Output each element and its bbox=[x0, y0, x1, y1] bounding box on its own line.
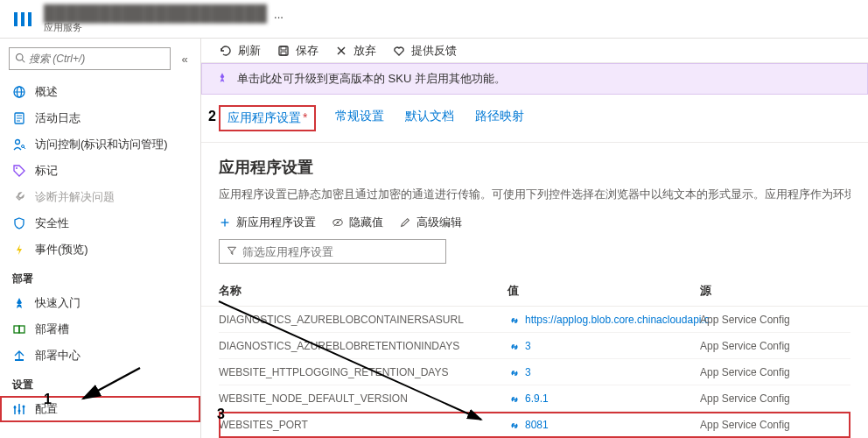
appsettings-section: 应用程序设置 应用程序设置已静态加密且通过加密的通道进行传输。可使用下列控件选择… bbox=[201, 143, 868, 276]
page-subtitle: 应用服务 bbox=[44, 21, 284, 34]
action-label: 新应用程序设置 bbox=[236, 215, 316, 230]
nav-label: 概述 bbox=[35, 84, 58, 100]
table-row[interactable]: WEBSITE_HTTPLOGGING_RETENTION_DAYS3App S… bbox=[219, 359, 850, 385]
globe-icon bbox=[12, 85, 26, 99]
nav-item-配置[interactable]: 配置 bbox=[0, 396, 200, 422]
table-row[interactable]: WEBSITES_PORT8081App Service Config bbox=[219, 412, 850, 438]
cell-source: App Service Config bbox=[700, 419, 850, 431]
upgrade-banner[interactable]: 单击此处可升级到更高版本的 SKU 并启用其他功能。 bbox=[201, 63, 868, 95]
ellipsis[interactable]: ... bbox=[274, 8, 284, 21]
page-header: ████████████████████ ... 应用服务 bbox=[0, 0, 868, 39]
cell-name: WEBSITE_HTTPLOGGING_RETENTION_DAYS bbox=[219, 366, 508, 378]
nav-item-事件(预览)[interactable]: 事件(预览) bbox=[0, 237, 200, 263]
tab-默认文档[interactable]: 默认文档 bbox=[403, 105, 456, 131]
collapse-icon[interactable]: « bbox=[178, 52, 192, 66]
filter-input[interactable] bbox=[242, 245, 438, 258]
appsettings-actions: 新应用程序设置隐藏值高级编辑 bbox=[219, 215, 850, 230]
nav-label: 安全性 bbox=[35, 215, 69, 231]
tab-应用程序设置[interactable]: 应用程序设置* bbox=[219, 105, 316, 131]
value-text: 8081 bbox=[525, 419, 549, 431]
svg-point-3 bbox=[17, 53, 24, 60]
nav-label: 部署槽 bbox=[35, 321, 69, 337]
sidebar: « 概述活动日志访问控制(标识和访问管理)标记诊断并解决问题安全性事件(预览) … bbox=[0, 39, 201, 438]
nav-item-部署中心[interactable]: 部署中心 bbox=[0, 343, 200, 369]
nav-label: 事件(预览) bbox=[35, 242, 88, 258]
nav-item-访问控制(标识和访问管理)[interactable]: 访问控制(标识和访问管理) bbox=[0, 131, 200, 158]
action-label: 高级编辑 bbox=[416, 215, 462, 230]
cell-value[interactable]: https://applog.blob.core.chinacloudapi.c bbox=[508, 314, 700, 326]
col-value[interactable]: 值 bbox=[508, 276, 700, 306]
toolbar-refresh[interactable]: 刷新 bbox=[219, 43, 261, 59]
svg-rect-2 bbox=[28, 12, 32, 26]
logo-icon bbox=[10, 7, 35, 32]
svg-rect-1 bbox=[21, 12, 24, 26]
svg-rect-0 bbox=[14, 12, 18, 26]
log-icon bbox=[12, 111, 26, 125]
plus-icon bbox=[219, 216, 231, 229]
col-name[interactable]: 名称 bbox=[219, 276, 508, 306]
cell-source: App Service Config bbox=[700, 340, 850, 352]
discard-icon bbox=[334, 44, 348, 58]
svg-point-12 bbox=[16, 140, 20, 145]
table-row[interactable]: DIAGNOSTICS_AZUREBLOBCONTAINERSASURLhttp… bbox=[219, 307, 850, 333]
link-icon bbox=[508, 392, 520, 405]
col-source[interactable]: 源 bbox=[700, 276, 850, 306]
toolbar-discard[interactable]: 放弃 bbox=[334, 43, 376, 59]
toolbar-label: 提供反馈 bbox=[411, 43, 457, 59]
svg-rect-16 bbox=[14, 326, 19, 333]
cell-value[interactable]: 8081 bbox=[508, 419, 700, 431]
toolbar-label: 刷新 bbox=[238, 43, 261, 59]
action-eye[interactable]: 隐藏值 bbox=[332, 215, 383, 230]
search-icon bbox=[15, 53, 25, 66]
nav-group-deploy: 部署 bbox=[0, 263, 200, 290]
cell-source: App Service Config bbox=[700, 392, 850, 405]
nav-item-活动日志[interactable]: 活动日志 bbox=[0, 105, 200, 131]
tab-常规设置[interactable]: 常规设置 bbox=[333, 105, 386, 131]
sidebar-search[interactable] bbox=[9, 47, 171, 70]
nav-label: 快速入门 bbox=[35, 295, 80, 311]
link-icon bbox=[508, 314, 520, 326]
cell-name: DIAGNOSTICS_AZUREBLOBRETENTIONINDAYS bbox=[219, 340, 508, 352]
toolbar: 刷新保存放弃提供反馈 bbox=[201, 39, 868, 63]
bolt-icon bbox=[12, 243, 26, 257]
eye-icon bbox=[332, 216, 344, 229]
nav-main: 概述活动日志访问控制(标识和访问管理)标记诊断并解决问题安全性事件(预览) bbox=[0, 79, 200, 263]
dirty-indicator: * bbox=[303, 110, 307, 124]
wrench-icon bbox=[12, 190, 26, 204]
cell-value[interactable]: 3 bbox=[508, 340, 700, 352]
nav-item-概述[interactable]: 概述 bbox=[0, 79, 200, 105]
toolbar-heart[interactable]: 提供反馈 bbox=[392, 43, 457, 59]
action-pencil[interactable]: 高级编辑 bbox=[399, 215, 462, 230]
tab-路径映射[interactable]: 路径映射 bbox=[473, 105, 526, 131]
table-row[interactable]: WEBSITE_NODE_DEFAULT_VERSION6.9.1App Ser… bbox=[219, 385, 850, 412]
nav-item-快速入门[interactable]: 快速入门 bbox=[0, 290, 200, 316]
toolbar-save[interactable]: 保存 bbox=[276, 43, 318, 59]
link-icon bbox=[508, 366, 520, 378]
person-key-icon bbox=[12, 138, 26, 152]
table-body: DIAGNOSTICS_AZUREBLOBCONTAINERSASURLhttp… bbox=[201, 307, 868, 438]
cell-source: App Service Config bbox=[700, 314, 850, 326]
table-row[interactable]: DIAGNOSTICS_AZUREBLOBRETENTIONINDAYS3App… bbox=[219, 333, 850, 359]
sidebar-search-input[interactable] bbox=[29, 53, 164, 65]
svg-point-15 bbox=[16, 167, 18, 169]
shield-icon bbox=[12, 216, 26, 230]
nav-item-部署槽[interactable]: 部署槽 bbox=[0, 316, 200, 343]
section-description: 应用程序设置已静态加密且通过加密的通道进行传输。可使用下列控件选择在浏览器中以纯… bbox=[219, 187, 850, 202]
nav-deploy: 快速入门部署槽部署中心 bbox=[0, 290, 200, 369]
action-plus[interactable]: 新应用程序设置 bbox=[219, 215, 316, 230]
cell-value[interactable]: 6.9.1 bbox=[508, 392, 700, 405]
cell-name: WEBSITE_NODE_DEFAULT_VERSION bbox=[219, 392, 508, 405]
filter-box[interactable] bbox=[219, 239, 446, 264]
nav-label: 访问控制(标识和访问管理) bbox=[35, 137, 168, 152]
action-label: 隐藏值 bbox=[349, 215, 383, 230]
cell-value[interactable]: 3 bbox=[508, 366, 700, 378]
nav-item-安全性[interactable]: 安全性 bbox=[0, 210, 200, 237]
table-header: 名称 值 源 bbox=[201, 276, 868, 307]
nav-label: 活动日志 bbox=[35, 110, 80, 126]
refresh-icon bbox=[219, 44, 233, 58]
nav-item-标记[interactable]: 标记 bbox=[0, 158, 200, 184]
tabs: 应用程序设置*常规设置默认文档路径映射 bbox=[201, 95, 868, 143]
nav-label: 配置 bbox=[35, 401, 58, 417]
link-icon bbox=[508, 419, 520, 431]
nav-item-诊断并解决问题[interactable]: 诊断并解决问题 bbox=[0, 184, 200, 210]
